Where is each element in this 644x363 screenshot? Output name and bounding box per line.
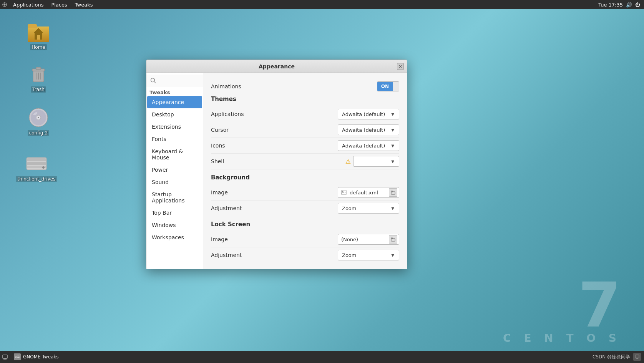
screen-svg: [635, 355, 639, 359]
applications-control: Adwaita (default) ▼: [338, 109, 399, 119]
animations-control[interactable]: ON: [377, 81, 399, 91]
top-bar-applications[interactable]: Applications: [9, 0, 47, 9]
cursor-dropdown-arrow: ▼: [390, 127, 396, 133]
sidebar-item-desktop[interactable]: Desktop: [147, 108, 202, 121]
svg-line-29: [154, 82, 156, 83]
desktop-icon-home[interactable]: Home: [23, 21, 54, 50]
svg-rect-33: [391, 191, 393, 192]
animations-toggle[interactable]: ON: [377, 81, 399, 91]
bg-image-browse-button[interactable]: [389, 188, 397, 197]
sidebar-item-top-bar[interactable]: Top Bar: [147, 207, 202, 219]
svg-point-21: [38, 117, 39, 118]
bg-adjustment-value: Zoom: [342, 206, 390, 211]
dialog-title: Appearance: [259, 63, 295, 70]
lock-adjustment-value: Zoom: [342, 252, 390, 258]
sidebar-item-extensions[interactable]: Extensions: [147, 121, 202, 133]
top-bar-right: Tue 17:35 🔊 ⏻: [598, 2, 644, 8]
lock-adjustment-arrow: ▼: [390, 252, 396, 258]
sidebar-item-startup-applications[interactable]: Startup Applications: [147, 188, 202, 207]
svg-rect-14: [36, 67, 41, 70]
gnome-tweaks-taskbar[interactable]: GNOME Tweaks: [10, 351, 63, 363]
search-bar[interactable]: [146, 75, 203, 87]
lock-image-picker[interactable]: (None): [338, 234, 399, 245]
background-section-label: Background: [211, 174, 399, 181]
top-bar-places[interactable]: Places: [47, 0, 71, 9]
lock-image-browse-button[interactable]: [389, 235, 397, 244]
sidebar-item-power[interactable]: Power: [147, 164, 202, 176]
applications-dropdown-arrow: ▼: [390, 111, 396, 117]
icons-row: Icons Adwaita (default) ▼: [211, 138, 399, 154]
shell-dropdown[interactable]: ▼: [353, 156, 399, 167]
sidebar: Tweaks Appearance Desktop Extensions Fon…: [146, 73, 203, 269]
icons-label: Icons: [211, 143, 225, 149]
bg-adjustment-row: Adjustment Zoom ▼: [211, 201, 399, 216]
cd-icon: [28, 107, 49, 128]
lock-adjustment-row: Adjustment Zoom ▼: [211, 247, 399, 263]
drive-icon: [26, 153, 47, 174]
toggle-on-label[interactable]: ON: [377, 82, 393, 91]
gnome-tweaks-taskbar-icon: [14, 353, 21, 360]
centos-text: C E N T O S: [503, 333, 621, 344]
sidebar-item-workspaces[interactable]: Workspaces: [147, 231, 202, 244]
desktop-icon-thinclient[interactable]: thinclient_drives: [21, 153, 52, 182]
centos-number: 7: [578, 278, 621, 333]
bg-image-control: default.xml: [338, 187, 399, 198]
bg-image-picker[interactable]: default.xml: [338, 187, 399, 198]
svg-rect-44: [635, 355, 639, 358]
clock: Tue 17:35: [598, 2, 623, 8]
show-desktop-button[interactable]: [0, 351, 10, 363]
image-icon: [341, 190, 347, 195]
bg-adjustment-dropdown[interactable]: Zoom ▼: [338, 203, 399, 214]
sidebar-item-fonts[interactable]: Fonts: [147, 133, 202, 145]
folder-open-icon-2: [391, 237, 395, 242]
shell-warning-icon: ⚠: [345, 158, 351, 165]
bg-adjustment-arrow: ▼: [390, 205, 396, 211]
applications-label: Applications: [211, 111, 244, 117]
lock-adjustment-control: Zoom ▼: [338, 250, 399, 260]
toggle-off-label[interactable]: [393, 82, 399, 91]
icons-control: Adwaita (default) ▼: [338, 140, 399, 151]
centos-watermark: 7 C E N T O S: [503, 278, 621, 344]
sidebar-item-sound[interactable]: Sound: [147, 176, 202, 188]
cursor-control: Adwaita (default) ▼: [338, 124, 399, 135]
lock-adjustment-dropdown[interactable]: Zoom ▼: [338, 250, 399, 260]
cursor-dropdown[interactable]: Adwaita (default) ▼: [338, 124, 399, 135]
shell-dropdown-arrow: ▼: [390, 158, 396, 164]
power-icon[interactable]: ⏻: [635, 2, 640, 8]
svg-rect-24: [27, 158, 46, 161]
desktop-icon-trash[interactable]: Trash: [23, 63, 54, 93]
dialog-close-button[interactable]: ×: [397, 63, 404, 70]
sidebar-item-keyboard-mouse[interactable]: Keyboard & Mouse: [147, 145, 202, 164]
sidebar-item-windows[interactable]: Windows: [147, 219, 202, 231]
lock-image-row: Image (None): [211, 232, 399, 247]
bottom-right: CSDN @徐徐同学: [593, 353, 644, 361]
thinclient-label: thinclient_drives: [16, 176, 57, 182]
app-logo: [0, 0, 9, 9]
bg-image-row: Image default.xml: [211, 185, 399, 201]
bg-image-label: Image: [211, 189, 228, 196]
home-folder-icon: [28, 21, 49, 43]
csdn-label: CSDN @徐徐同学: [593, 354, 630, 360]
applications-dropdown[interactable]: Adwaita (default) ▼: [338, 109, 399, 119]
icons-dropdown[interactable]: Adwaita (default) ▼: [338, 140, 399, 151]
sidebar-item-appearance[interactable]: Appearance: [147, 96, 202, 108]
gnome-tweaks-label: GNOME Tweaks: [23, 354, 59, 360]
shell-label: Shell: [211, 158, 224, 164]
volume-icon[interactable]: 🔊: [626, 2, 632, 8]
cursor-label: Cursor: [211, 127, 229, 133]
shell-control: ⚠ ▼: [345, 156, 399, 167]
search-icon: [149, 76, 158, 85]
screen-icon[interactable]: [633, 353, 641, 361]
dialog-titlebar: Appearance ×: [146, 60, 407, 73]
bottom-bar: GNOME Tweaks CSDN @徐徐同学: [0, 351, 644, 363]
config2-label: config-2: [28, 130, 50, 136]
dialog-body: Tweaks Appearance Desktop Extensions Fon…: [146, 73, 407, 269]
desktop-icon-config2[interactable]: config-2: [23, 107, 54, 136]
svg-point-28: [151, 78, 155, 82]
lock-image-value: (None): [341, 237, 387, 242]
svg-point-43: [16, 357, 17, 358]
svg-rect-35: [391, 238, 393, 239]
svg-point-31: [342, 191, 344, 192]
top-bar-tweaks[interactable]: Tweaks: [71, 0, 97, 9]
trash-label: Trash: [31, 86, 46, 93]
